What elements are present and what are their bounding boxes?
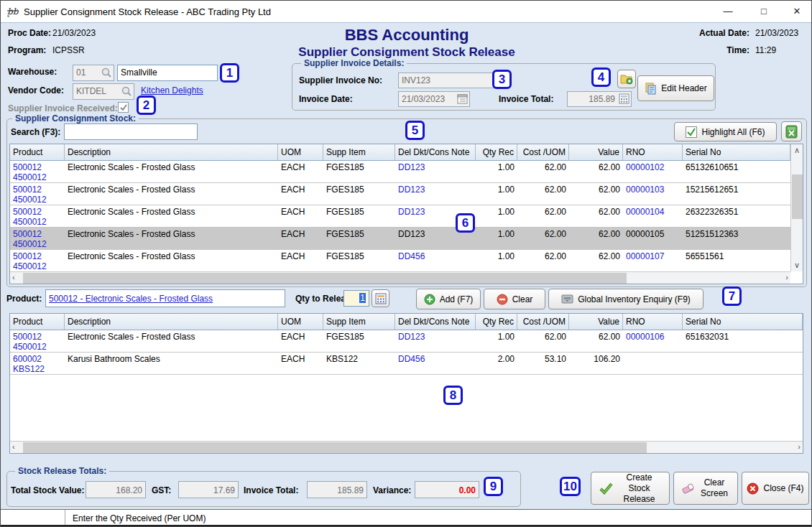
- variance-label: Variance:: [373, 485, 411, 495]
- column-header[interactable]: Value: [569, 144, 623, 160]
- scroll-right-icon[interactable]: ›: [785, 273, 788, 281]
- invoice-date-field[interactable]: 21/03/2023: [398, 91, 470, 107]
- stock-table-hscrollbar[interactable]: ‹ ›: [10, 271, 790, 284]
- product-alt-code-link[interactable]: 4500012: [13, 217, 62, 227]
- column-header[interactable]: UOM: [278, 144, 323, 160]
- qty-calculator-button[interactable]: [372, 289, 389, 307]
- column-header[interactable]: Product: [10, 314, 65, 330]
- vendor-lookup-icon[interactable]: [121, 85, 132, 99]
- release-table-hscroll-thumb[interactable]: [23, 442, 647, 453]
- qty-to-release-input[interactable]: 1: [343, 290, 369, 307]
- column-header[interactable]: Supp Item: [323, 314, 395, 330]
- add-button[interactable]: Add (F7): [416, 289, 481, 309]
- del-dkt-cons-note-link[interactable]: DD456: [395, 250, 476, 271]
- rno-link[interactable]: [623, 353, 683, 374]
- page-title: BBS Accounting Supplier Consignment Stoc…: [180, 26, 633, 60]
- warehouse-code-field[interactable]: 01: [73, 65, 114, 81]
- calculator-icon[interactable]: [619, 93, 629, 106]
- product-alt-code-link[interactable]: 4500012: [13, 172, 62, 182]
- column-header[interactable]: Serial No: [683, 144, 790, 160]
- scroll-right-icon[interactable]: ›: [798, 442, 801, 451]
- release-product-link[interactable]: 500012 - Electronic Scales - Frosted Gla…: [49, 294, 213, 304]
- clear-button[interactable]: Clear: [484, 289, 545, 309]
- rno-link[interactable]: 00000104: [623, 205, 683, 227]
- del-dkt-cons-note-link[interactable]: DD123: [395, 183, 476, 205]
- invoice-no-field[interactable]: INV123: [398, 73, 507, 88]
- maximize-button[interactable]: □: [748, 1, 780, 22]
- value-cell: 62.00: [569, 183, 623, 205]
- release-table-hscrollbar[interactable]: ‹ ›: [10, 441, 803, 453]
- column-header[interactable]: Del Dkt/Cons Note: [395, 314, 476, 330]
- vendor-name-link[interactable]: Kitchen Delights: [141, 85, 203, 95]
- product-code-link[interactable]: 500012: [13, 162, 62, 172]
- del-dkt-cons-note-link[interactable]: DD123: [395, 330, 476, 352]
- column-header[interactable]: Qty Rec: [476, 314, 517, 330]
- table-row[interactable]: 5000124500012Electronic Scales - Frosted…: [10, 161, 790, 183]
- table-row[interactable]: 5000124500012Electronic Scales - Frosted…: [10, 250, 790, 272]
- table-row[interactable]: 5000124500012Electronic Scales - Frosted…: [10, 228, 790, 250]
- column-header[interactable]: RNO: [623, 314, 683, 330]
- product-alt-code-link[interactable]: 4500012: [13, 261, 62, 271]
- global-inventory-enquiry-button[interactable]: Global Inventory Enquiry (F9): [548, 289, 703, 309]
- create-stock-release-button[interactable]: Create Stock Release: [591, 472, 670, 505]
- column-header[interactable]: Cost /UOM: [517, 314, 569, 330]
- rno-link[interactable]: 00000102: [623, 161, 683, 182]
- search-input[interactable]: [64, 123, 198, 140]
- table-row[interactable]: 600002KBS122Karusi Bathroom ScalesEACHKB…: [10, 353, 803, 375]
- product-code-link[interactable]: 500012: [13, 185, 62, 195]
- column-header[interactable]: Serial No: [683, 314, 803, 330]
- warehouse-lookup-icon[interactable]: [101, 67, 112, 80]
- del-dkt-cons-note-link[interactable]: DD456: [395, 353, 476, 374]
- calendar-icon[interactable]: [457, 93, 468, 106]
- column-header[interactable]: RNO: [623, 144, 683, 160]
- rno-link[interactable]: 00000105: [623, 228, 683, 249]
- clear-screen-button[interactable]: Clear Screen: [673, 472, 738, 505]
- column-header[interactable]: Product: [10, 144, 65, 160]
- scroll-down-icon[interactable]: ∨: [791, 259, 803, 271]
- product-code-link[interactable]: 500012: [13, 229, 62, 239]
- column-header[interactable]: Description: [65, 144, 278, 160]
- warehouse-name-field[interactable]: Smallville: [117, 65, 218, 81]
- column-header[interactable]: Description: [65, 314, 278, 330]
- table-row[interactable]: 5000124500012Electronic Scales - Frosted…: [10, 330, 803, 353]
- stock-table-vscrollbar[interactable]: ∧ ∨: [790, 144, 803, 271]
- rno-link[interactable]: 00000106: [623, 330, 683, 352]
- scroll-left-icon[interactable]: ‹: [12, 442, 15, 451]
- invoice-received-checkbox[interactable]: [118, 102, 129, 113]
- vendor-code-field[interactable]: KITDEL: [73, 83, 134, 100]
- new-invoice-button[interactable]: [617, 70, 636, 88]
- minimize-button[interactable]: —: [712, 1, 744, 22]
- edit-header-button[interactable]: Edit Header: [637, 75, 714, 101]
- column-header[interactable]: Qty Rec: [476, 144, 517, 160]
- release-product-box: 500012 - Electronic Scales - Frosted Gla…: [45, 289, 285, 307]
- export-button[interactable]: [781, 121, 802, 141]
- product-alt-code-link[interactable]: KBS122: [13, 364, 62, 374]
- column-header[interactable]: UOM: [278, 314, 323, 330]
- product-alt-code-link[interactable]: 4500012: [13, 342, 62, 352]
- scroll-left-icon[interactable]: ‹: [12, 273, 15, 281]
- product-code-link[interactable]: 500012: [13, 251, 62, 261]
- rno-link[interactable]: 00000107: [623, 250, 683, 271]
- column-header[interactable]: Value: [569, 314, 623, 330]
- rno-link[interactable]: 00000103: [623, 183, 683, 205]
- supp-item-cell: KBS122: [323, 353, 395, 374]
- scroll-up-icon[interactable]: ∧: [791, 144, 803, 157]
- stock-table-hscroll-thumb[interactable]: [23, 273, 627, 284]
- product-code-link[interactable]: 600002: [13, 354, 62, 364]
- column-header[interactable]: Cost /UOM: [517, 144, 569, 160]
- column-header[interactable]: Del Dkt/Cons Note: [395, 144, 476, 160]
- close-button[interactable]: Close (F4): [742, 472, 809, 505]
- del-dkt-cons-note-link[interactable]: DD123: [395, 161, 476, 182]
- product-alt-code-link[interactable]: 4500012: [13, 195, 62, 205]
- table-row[interactable]: 5000124500012Electronic Scales - Frosted…: [10, 205, 790, 228]
- table-row[interactable]: 5000124500012Electronic Scales - Frosted…: [10, 183, 790, 205]
- stock-table-vscroll-thumb[interactable]: [792, 174, 803, 219]
- column-header[interactable]: Supp Item: [323, 144, 395, 160]
- product-alt-code-link[interactable]: 4500012: [13, 239, 62, 249]
- product-code-link[interactable]: 500012: [13, 332, 62, 342]
- invoice-total-field[interactable]: 185.89: [567, 91, 632, 107]
- close-window-button[interactable]: ✕: [781, 1, 812, 22]
- invoice-details-legend: Supplier Invoice Details:: [301, 58, 407, 68]
- highlight-all-button[interactable]: Highlight All (F6): [674, 122, 777, 141]
- product-code-link[interactable]: 500012: [13, 207, 62, 217]
